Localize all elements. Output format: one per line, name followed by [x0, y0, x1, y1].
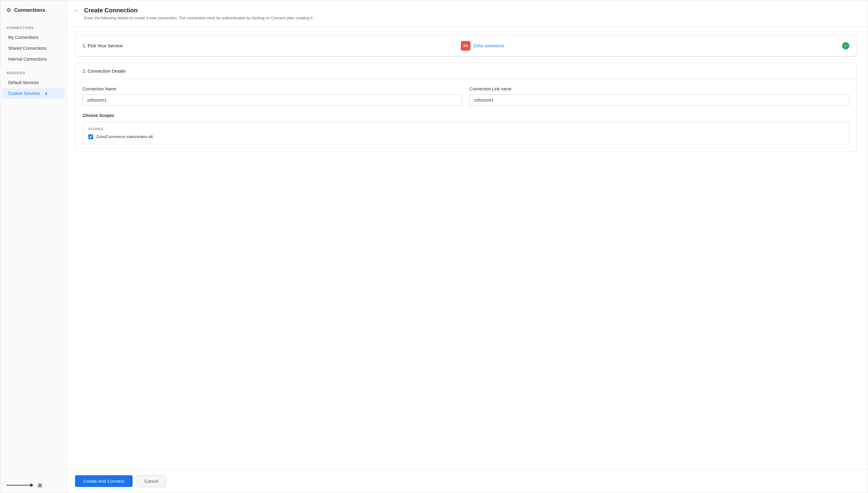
connection-name-field: Connection Name	[83, 86, 462, 106]
step2-header: 2. Connection Details	[75, 63, 856, 79]
main-header: ← Create Connection Enter the following …	[67, 0, 868, 27]
arrow-head	[30, 484, 34, 487]
step2-title: 2. Connection Details	[83, 68, 126, 73]
connection-link-input[interactable]	[470, 94, 849, 106]
page-subtitle: Enter the following details to create a …	[84, 15, 313, 21]
scope-item: ZohoCommerce.salesorders.all	[88, 134, 844, 139]
page-title: Create Connection	[84, 7, 313, 14]
service-logo: ZO	[461, 41, 471, 51]
scopes-box: SCOPES ZohoCommerce.salesorders.all	[83, 122, 849, 144]
sidebar-item-my-connections[interactable]: My Connections	[2, 32, 65, 42]
create-and-connect-button[interactable]: Create And Connect	[75, 475, 133, 487]
main-header-text: Create Connection Enter the following de…	[84, 7, 313, 21]
main-footer: Create And Connect Cancel	[67, 469, 868, 493]
connection-link-field: Connection Link name	[470, 86, 849, 106]
main-content: ← Create Connection Enter the following …	[67, 0, 868, 493]
scopes-section: Choose Scopes SCOPES ZohoCommerce.saleso…	[83, 113, 849, 144]
step1-header: 1. Pick Your Service ZO Zoho commerce ✓	[75, 36, 856, 56]
scope-checkbox[interactable]	[88, 134, 93, 139]
sidebar-item-internal-connections[interactable]: Internal Connections	[2, 54, 65, 64]
services-section-label: SERVICES	[0, 64, 66, 77]
step1-check-icon: ✓	[842, 42, 849, 49]
step2-body: Connection Name Connection Link name Cho…	[75, 79, 856, 152]
connection-name-input[interactable]	[83, 94, 462, 106]
cancel-button[interactable]: Cancel	[137, 475, 166, 487]
main-body: 1. Pick Your Service ZO Zoho commerce ✓ …	[67, 27, 868, 470]
step1-title: 1. Pick Your Service	[83, 43, 123, 48]
custom-services-badge: 2	[43, 91, 49, 96]
sidebar-header: ⚙ Connections	[0, 0, 66, 19]
step1-card: 1. Pick Your Service ZO Zoho commerce ✓	[75, 35, 857, 57]
connections-section-label: CONNECTIONS	[0, 19, 66, 32]
connections-icon: ⚙	[6, 7, 11, 14]
connection-name-label: Connection Name	[83, 86, 462, 91]
service-badge: ZO Zoho commerce	[461, 41, 504, 51]
scopes-header-label: SCOPES	[88, 127, 844, 131]
arrow-indicator	[6, 484, 34, 487]
sidebar-item-custom-services[interactable]: Custom Services 2	[2, 88, 65, 99]
step2-card: 2. Connection Details Connection Name Co…	[75, 63, 857, 152]
sidebar-item-default-services[interactable]: Default Services	[2, 78, 65, 88]
sidebar-item-shared-connections[interactable]: Shared Connections	[2, 43, 65, 53]
scopes-section-title: Choose Scopes	[83, 113, 849, 118]
custom-services-label: Custom Services	[8, 91, 40, 96]
sidebar-bottom-icon: ▦	[38, 482, 42, 488]
arrow-line	[6, 485, 30, 486]
back-button[interactable]: ←	[74, 7, 79, 14]
form-row: Connection Name Connection Link name	[83, 86, 849, 106]
sidebar-bottom: ▦	[0, 477, 66, 493]
sidebar-title: Connections	[14, 7, 45, 13]
service-name: Zoho commerce	[474, 43, 504, 48]
sidebar: ⚙ Connections CONNECTIONS My Connections…	[0, 0, 67, 493]
scope-label: ZohoCommerce.salesorders.all	[96, 134, 153, 139]
connection-link-label: Connection Link name	[470, 86, 849, 91]
